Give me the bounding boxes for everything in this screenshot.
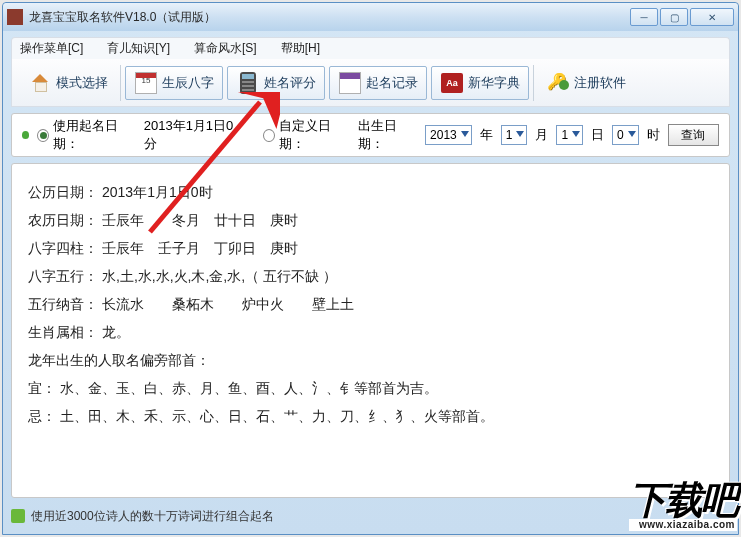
mode-select-label: 模式选择 (56, 74, 108, 92)
solar-date-label: 公历日期： (28, 178, 98, 206)
zodiac-value: 龙。 (102, 318, 130, 346)
month-select[interactable]: 1 (501, 125, 528, 145)
date-options-bar: 使用起名日期： 2013年1月1日0分 自定义日期： 出生日期： 2013 年 … (11, 113, 730, 157)
dictionary-button[interactable]: Aa 新华字典 (431, 66, 529, 100)
mode-select-button[interactable]: 模式选择 (20, 67, 116, 99)
birth-eight-button[interactable]: 15 生辰八字 (125, 66, 223, 100)
maximize-button[interactable]: ▢ (660, 8, 688, 26)
solar-date-value: 2013年1月1日0时 (102, 178, 213, 206)
app-icon (7, 9, 23, 25)
menu-help[interactable]: 帮助[H] (281, 40, 320, 57)
radical-header: 龙年出生的人取名偏旁部首： (28, 346, 210, 374)
query-button[interactable]: 查询 (668, 124, 719, 146)
watermark: 下载吧 www.xiazaiba.com (629, 481, 737, 531)
name-score-button[interactable]: 姓名评分 (227, 66, 325, 100)
dictionary-label: 新华字典 (468, 74, 520, 92)
zodiac-label: 生肖属相： (28, 318, 98, 346)
minimize-button[interactable]: ─ (630, 8, 658, 26)
lunar-date-label: 农历日期： (28, 206, 98, 234)
wuxing-value: 水,土,水,水,火,木,金,水,（ 五行不缺 ） (102, 262, 337, 290)
bad-radicals-value: 土、田、木、禾、示、心、日、石、艹、力、刀、纟、犭、火等部首。 (60, 402, 494, 430)
menu-operations[interactable]: 操作菜单[C] (20, 40, 83, 57)
menu-bar: 操作菜单[C] 育儿知识[Y] 算命风水[S] 帮助[H] (11, 37, 730, 59)
radio-checked-icon (37, 129, 49, 142)
dictionary-icon: Aa (440, 71, 464, 95)
bazi-value: 壬辰年 壬子月 丁卯日 庚时 (102, 234, 298, 262)
lunar-date-value: 壬辰年 冬月 廿十日 庚时 (102, 206, 298, 234)
calendar-icon: 15 (134, 71, 158, 95)
day-unit: 日 (591, 126, 604, 144)
use-date-value: 2013年1月1日0分 (144, 117, 238, 153)
toolbar: 模式选择 15 生辰八字 姓名评分 起名记录 Aa 新华字典 注册软件 (11, 59, 730, 107)
name-record-label: 起名记录 (366, 74, 418, 92)
nayin-value: 长流水 桑柘木 炉中火 壁上土 (102, 290, 354, 318)
toolbar-separator (120, 65, 121, 101)
menu-parenting[interactable]: 育儿知识[Y] (107, 40, 170, 57)
register-label: 注册软件 (574, 74, 626, 92)
nayin-label: 五行纳音： (28, 290, 98, 318)
register-button[interactable]: 注册软件 (538, 67, 634, 99)
wuxing-label: 八字五行： (28, 262, 98, 290)
hour-select[interactable]: 0 (612, 125, 639, 145)
use-naming-date-radio[interactable]: 使用起名日期： (37, 117, 135, 153)
name-score-label: 姓名评分 (264, 74, 316, 92)
custom-date-radio[interactable]: 自定义日期： (263, 117, 350, 153)
calculator-icon (236, 71, 260, 95)
home-icon (28, 71, 52, 95)
watermark-text: 下载吧 (629, 481, 737, 519)
close-button[interactable]: ✕ (690, 8, 734, 26)
use-date-label: 使用起名日期： (53, 117, 135, 153)
year-unit: 年 (480, 126, 493, 144)
register-icon (546, 71, 570, 95)
hour-unit: 时 (647, 126, 660, 144)
bazi-label: 八字四柱： (28, 234, 98, 262)
note-icon (338, 71, 362, 95)
status-icon (11, 509, 25, 523)
custom-date-label: 自定义日期： (279, 117, 350, 153)
day-select[interactable]: 1 (556, 125, 583, 145)
birth-date-label: 出生日期： (358, 117, 417, 153)
year-select[interactable]: 2013 (425, 125, 472, 145)
month-unit: 月 (535, 126, 548, 144)
status-dot-icon (22, 131, 29, 139)
status-bar: 使用近3000位诗人的数十万诗词进行组合起名 (11, 504, 730, 528)
name-record-button[interactable]: 起名记录 (329, 66, 427, 100)
good-radicals-value: 水、金、玉、白、赤、月、鱼、酉、人、氵、钅等部首为吉。 (60, 374, 438, 402)
radio-unchecked-icon (263, 129, 275, 142)
status-text: 使用近3000位诗人的数十万诗词进行组合起名 (31, 508, 274, 525)
bad-radicals-label: 忌： (28, 402, 56, 430)
good-radicals-label: 宜： (28, 374, 56, 402)
menu-fengshui[interactable]: 算命风水[S] (194, 40, 257, 57)
window-titlebar: 龙喜宝宝取名软件V18.0（试用版） ─ ▢ ✕ (3, 3, 738, 31)
window-title: 龙喜宝宝取名软件V18.0（试用版） (29, 9, 630, 26)
result-panel: 公历日期： 2013年1月1日0时 农历日期： 壬辰年 冬月 廿十日 庚时 八字… (11, 163, 730, 498)
birth-eight-label: 生辰八字 (162, 74, 214, 92)
toolbar-separator (533, 65, 534, 101)
watermark-url: www.xiazaiba.com (629, 519, 737, 531)
